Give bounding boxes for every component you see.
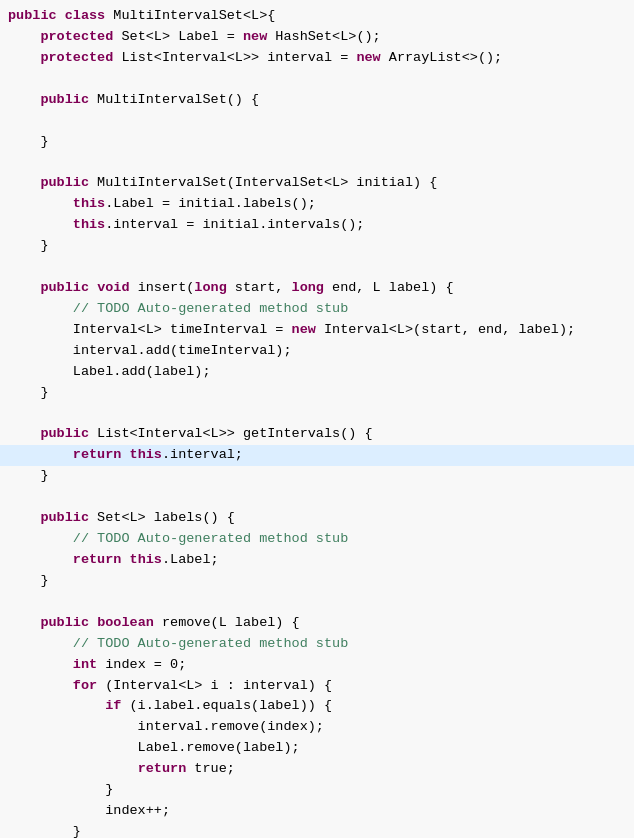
code-line: return this.Label; [0, 550, 634, 571]
code-line [0, 592, 634, 613]
code-line: interval.remove(index); [0, 717, 634, 738]
code-line [0, 404, 634, 425]
code-line: public MultiIntervalSet() { [0, 90, 634, 111]
code-line: protected Set<L> Label = new HashSet<L>(… [0, 27, 634, 48]
code-line: if (i.label.equals(label)) { [0, 696, 634, 717]
code-line: } [0, 780, 634, 801]
code-line: public class MultiIntervalSet<L>{ [0, 6, 634, 27]
code-line: int index = 0; [0, 655, 634, 676]
code-line: this.interval = initial.intervals(); [0, 215, 634, 236]
code-line: public MultiIntervalSet(IntervalSet<L> i… [0, 173, 634, 194]
code-line: interval.add(timeInterval); [0, 341, 634, 362]
code-line [0, 257, 634, 278]
code-line: this.Label = initial.labels(); [0, 194, 634, 215]
code-line: } [0, 571, 634, 592]
code-line: protected List<Interval<L>> interval = n… [0, 48, 634, 69]
code-line [0, 111, 634, 132]
code-line [0, 487, 634, 508]
code-line: Label.add(label); [0, 362, 634, 383]
code-line [0, 152, 634, 173]
code-line: } [0, 236, 634, 257]
code-line: // TODO Auto-generated method stub [0, 299, 634, 320]
code-block: public class MultiIntervalSet<L>{ protec… [0, 6, 634, 838]
code-line: } [0, 383, 634, 404]
code-line [0, 69, 634, 90]
code-line: // TODO Auto-generated method stub [0, 634, 634, 655]
code-line: } [0, 132, 634, 153]
code-line: index++; [0, 801, 634, 822]
code-viewer: public class MultiIntervalSet<L>{ protec… [0, 0, 634, 838]
code-line: Interval<L> timeInterval = new Interval<… [0, 320, 634, 341]
code-line: for (Interval<L> i : interval) { [0, 676, 634, 697]
code-line: public List<Interval<L>> getIntervals() … [0, 424, 634, 445]
code-line: } [0, 466, 634, 487]
code-line: public Set<L> labels() { [0, 508, 634, 529]
code-line: public boolean remove(L label) { [0, 613, 634, 634]
code-line: public void insert(long start, long end,… [0, 278, 634, 299]
code-line: return true; [0, 759, 634, 780]
code-line: Label.remove(label); [0, 738, 634, 759]
code-line: } [0, 822, 634, 838]
code-line: return this.interval; [0, 445, 634, 466]
code-line: // TODO Auto-generated method stub [0, 529, 634, 550]
